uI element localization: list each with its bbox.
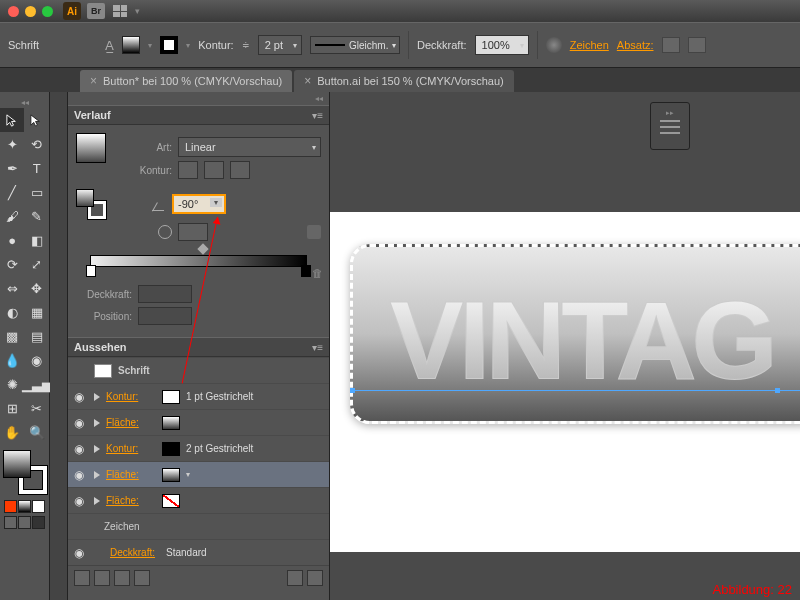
eraser-tool[interactable]: ◧ (25, 228, 49, 252)
visibility-icon[interactable]: ◉ (74, 494, 88, 508)
attr-swatch[interactable] (162, 468, 180, 482)
visibility-icon[interactable]: ◉ (74, 442, 88, 456)
new-stroke-icon[interactable] (74, 570, 90, 586)
rectangle-tool[interactable]: ▭ (25, 180, 49, 204)
gradient-mode-icon[interactable] (18, 500, 31, 513)
hand-tool[interactable]: ✋ (0, 420, 24, 444)
appearance-row-selected[interactable]: ◉ Fläche: ▾ (68, 461, 329, 487)
gradient-tool[interactable]: ▤ (25, 324, 49, 348)
magic-wand-tool[interactable]: ✦ (0, 132, 24, 156)
appearance-row[interactable]: ◉ Fläche: (68, 409, 329, 435)
attr-swatch[interactable] (162, 416, 180, 430)
expand-icon[interactable] (94, 393, 100, 401)
panel-collapse-icon[interactable]: ◂◂ (68, 92, 329, 105)
stop-position-input[interactable] (138, 307, 192, 325)
type-tool[interactable]: T (25, 156, 49, 180)
appearance-opacity-row[interactable]: ◉ Deckkraft: Standard (68, 539, 329, 565)
color-mode-switches[interactable] (0, 500, 49, 513)
expand-icon[interactable] (94, 419, 100, 427)
fill-swatch[interactable] (122, 36, 140, 54)
pen-tool[interactable]: ✒ (0, 156, 24, 180)
gradient-preview-swatch[interactable] (76, 133, 106, 163)
perspective-tool[interactable]: ▦ (25, 300, 49, 324)
bridge-icon[interactable]: Br (87, 3, 105, 19)
doc-tab-2[interactable]: × Button.ai bei 150 % (CMYK/Vorschau) (294, 70, 514, 92)
panel-menu-icon[interactable]: ▾≡ (312, 110, 323, 121)
aspect-ratio-input[interactable] (178, 223, 208, 241)
close-icon[interactable]: × (304, 74, 311, 88)
color-mode-icon[interactable] (4, 500, 17, 513)
stroke-gradient-within-icon[interactable] (178, 161, 198, 179)
rotate-tool[interactable]: ⟳ (0, 252, 24, 276)
attr-swatch[interactable] (162, 494, 180, 508)
expand-icon[interactable] (94, 497, 100, 505)
none-mode-icon[interactable] (32, 500, 45, 513)
selection-tool[interactable] (0, 108, 24, 132)
panel-collapse-icon[interactable]: ◂◂ (0, 98, 49, 108)
gradient-type-dropdown[interactable]: Linear (178, 137, 321, 157)
stroke-gradient-along-icon[interactable] (204, 161, 224, 179)
screen-mode-switches[interactable] (0, 516, 49, 529)
gradient-slider[interactable]: 🗑 (80, 249, 317, 277)
graph-tool[interactable]: ▁▃▅ (25, 372, 49, 396)
expand-icon[interactable] (94, 445, 100, 453)
slice-tool[interactable]: ✂ (25, 396, 49, 420)
width-tool[interactable]: ⇔ (0, 276, 24, 300)
attr-swatch[interactable] (162, 390, 180, 404)
stroke-swatch[interactable] (160, 36, 178, 54)
appearance-panel-header[interactable]: Aussehen ▾≡ (68, 337, 329, 357)
collapsed-panel-dock[interactable]: ▸▸ (650, 102, 690, 150)
blob-brush-tool[interactable]: ● (0, 228, 24, 252)
gradient-panel-header[interactable]: Verlauf ▾≡ (68, 105, 329, 125)
free-transform-tool[interactable]: ✥ (25, 276, 49, 300)
appearance-target-row[interactable]: Schrift (68, 357, 329, 383)
appearance-characters-row[interactable]: Zeichen (68, 513, 329, 539)
artboard-tool[interactable]: ⊞ (0, 396, 24, 420)
eyedropper-tool[interactable]: 💧 (0, 348, 24, 372)
stroke-weight-dropdown[interactable]: 2 pt (258, 35, 302, 55)
stop-opacity-input[interactable] (138, 285, 192, 303)
align-left-icon[interactable] (662, 37, 680, 53)
char-icon[interactable]: A̲ (105, 38, 114, 53)
close-icon[interactable]: × (90, 74, 97, 88)
delete-icon[interactable] (307, 570, 323, 586)
arrange-documents-icon[interactable] (111, 3, 129, 19)
window-maximize-icon[interactable] (42, 6, 53, 17)
direct-selection-tool[interactable] (25, 108, 49, 132)
duplicate-icon[interactable] (287, 570, 303, 586)
mesh-tool[interactable]: ▩ (0, 324, 24, 348)
paintbrush-tool[interactable]: 🖌 (0, 204, 24, 228)
scale-tool[interactable]: ⤢ (25, 252, 49, 276)
visibility-icon[interactable]: ◉ (74, 416, 88, 430)
appearance-row[interactable]: ◉ Kontur: 2 pt Gestrichelt (68, 435, 329, 461)
paragraph-panel-link[interactable]: Absatz: (617, 39, 654, 51)
lasso-tool[interactable]: ⟲ (25, 132, 49, 156)
gradient-fill-stroke-toggle[interactable] (76, 189, 106, 219)
window-close-icon[interactable] (8, 6, 19, 17)
panel-menu-icon[interactable]: ▾≡ (312, 342, 323, 353)
line-tool[interactable]: ╱ (0, 180, 24, 204)
new-effect-icon[interactable] (114, 570, 130, 586)
fill-stroke-control[interactable] (3, 450, 47, 494)
clear-icon[interactable] (134, 570, 150, 586)
pencil-tool[interactable]: ✎ (25, 204, 49, 228)
shape-builder-tool[interactable]: ◐ (0, 300, 24, 324)
stroke-profile-dropdown[interactable]: Gleichm.▾ (310, 36, 400, 54)
visibility-icon[interactable]: ◉ (74, 468, 88, 482)
expand-icon[interactable]: ▸▸ (666, 109, 674, 117)
window-minimize-icon[interactable] (25, 6, 36, 17)
character-panel-link[interactable]: Zeichen (570, 39, 609, 51)
visibility-icon[interactable]: ◉ (74, 390, 88, 404)
appearance-row[interactable]: ◉ Fläche: (68, 487, 329, 513)
align-center-icon[interactable] (688, 37, 706, 53)
visibility-icon[interactable]: ◉ (74, 546, 88, 560)
appearance-row[interactable]: ◉ Kontur: 1 pt Gestrichelt (68, 383, 329, 409)
recolor-icon[interactable] (546, 37, 562, 53)
screen-mode-icon[interactable] (4, 516, 17, 529)
zoom-tool[interactable]: 🔍 (25, 420, 49, 444)
new-fill-icon[interactable] (94, 570, 110, 586)
expand-icon[interactable] (94, 471, 100, 479)
reverse-gradient-icon[interactable] (307, 225, 321, 239)
attr-swatch[interactable] (162, 442, 180, 456)
symbol-sprayer-tool[interactable]: ✺ (0, 372, 24, 396)
